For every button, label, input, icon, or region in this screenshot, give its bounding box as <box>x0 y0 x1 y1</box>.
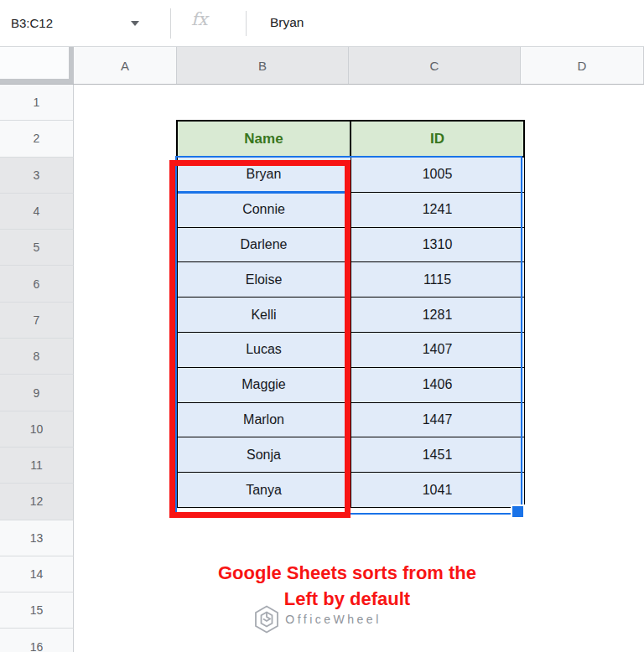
row-header-4[interactable]: 4 <box>0 194 74 230</box>
cell-name[interactable]: Darlene <box>177 227 351 262</box>
cell-name[interactable]: Tanya <box>177 473 351 508</box>
function-fx-icon: fx <box>191 9 208 29</box>
cell-name[interactable]: Bryan <box>177 157 351 192</box>
row-header-3[interactable]: 3 <box>0 158 74 194</box>
table-row: Eloise1115 <box>177 262 524 298</box>
fill-handle[interactable] <box>511 505 525 519</box>
cell-name[interactable]: Lucas <box>177 332 351 367</box>
table-row: Kelli1281 <box>177 298 524 333</box>
cell-id[interactable]: 1447 <box>351 402 524 437</box>
row-header-14[interactable]: 14 <box>0 556 74 592</box>
cell-name[interactable]: Connie <box>177 192 351 227</box>
cell-name[interactable]: Maggie <box>177 367 351 402</box>
row-header-7[interactable]: 7 <box>0 303 74 339</box>
column-header-d[interactable]: D <box>521 47 644 84</box>
table-row: Maggie1406 <box>177 367 524 402</box>
divider <box>170 8 171 39</box>
table-row: Tanya1041 <box>177 473 524 508</box>
row-header-1[interactable]: 1 <box>0 85 74 121</box>
cell-id[interactable]: 1115 <box>351 262 524 298</box>
row-header-2[interactable]: 2 <box>0 121 74 157</box>
divider <box>246 11 247 36</box>
cell-id[interactable]: 1281 <box>351 298 524 333</box>
table-header-id[interactable]: ID <box>351 121 524 157</box>
column-header-b[interactable]: B <box>177 47 349 84</box>
annotation-caption: Google Sheets sorts from the Left by def… <box>108 560 586 612</box>
row-header-13[interactable]: 13 <box>0 520 74 556</box>
table-row: Sonja1451 <box>177 437 524 473</box>
column-header-c[interactable]: C <box>349 47 521 84</box>
cell-id[interactable]: 1407 <box>351 332 524 367</box>
cell-id[interactable]: 1005 <box>351 157 524 192</box>
cell-id[interactable]: 1041 <box>351 473 524 508</box>
table-header-name[interactable]: Name <box>177 121 351 157</box>
annotation-line-2: Left by default <box>108 586 586 612</box>
table-row: Darlene1310 <box>177 227 524 262</box>
row-header-9[interactable]: 9 <box>0 375 74 411</box>
row-header-10[interactable]: 10 <box>0 411 74 448</box>
row-header-6[interactable]: 6 <box>0 266 74 302</box>
watermark-text: OfficeWheel <box>285 613 382 626</box>
table-row: Bryan1005 <box>177 157 524 192</box>
formula-bar: B3:C12 fx Bryan <box>0 0 644 47</box>
cell-name[interactable]: Kelli <box>177 298 351 333</box>
cell-id[interactable]: 1241 <box>351 192 524 227</box>
cell-id[interactable]: 1406 <box>351 367 524 402</box>
data-table: NameID Bryan1005Connie1241Darlene1310Elo… <box>176 120 525 508</box>
google-sheets-window: B3:C12 fx Bryan ABCD 1234567891011121314… <box>0 0 644 652</box>
annotation-line-1: Google Sheets sorts from the <box>108 560 586 586</box>
cell-id[interactable]: 1451 <box>351 437 524 473</box>
column-header-strip: ABCD <box>0 47 644 85</box>
name-box-dropdown-icon[interactable] <box>131 21 139 26</box>
cell-name[interactable]: Eloise <box>177 262 351 298</box>
table-row: Connie1241 <box>177 192 524 227</box>
row-header-strip: 12345678910111213141516 <box>0 85 74 652</box>
name-box[interactable]: B3:C12 <box>11 16 53 30</box>
column-header-a[interactable]: A <box>74 47 177 84</box>
table-row: Marlon1447 <box>177 402 524 437</box>
select-all-corner[interactable] <box>0 47 74 84</box>
row-header-5[interactable]: 5 <box>0 230 74 266</box>
row-header-8[interactable]: 8 <box>0 339 74 375</box>
table-row: Lucas1407 <box>177 332 524 367</box>
row-header-11[interactable]: 11 <box>0 448 74 484</box>
cell-id[interactable]: 1310 <box>351 227 524 262</box>
cell-name[interactable]: Marlon <box>177 402 351 437</box>
row-header-12[interactable]: 12 <box>0 484 74 520</box>
table-header-row: NameID <box>177 121 524 157</box>
cell-name[interactable]: Sonja <box>177 437 351 473</box>
formula-input[interactable]: Bryan <box>270 15 304 30</box>
